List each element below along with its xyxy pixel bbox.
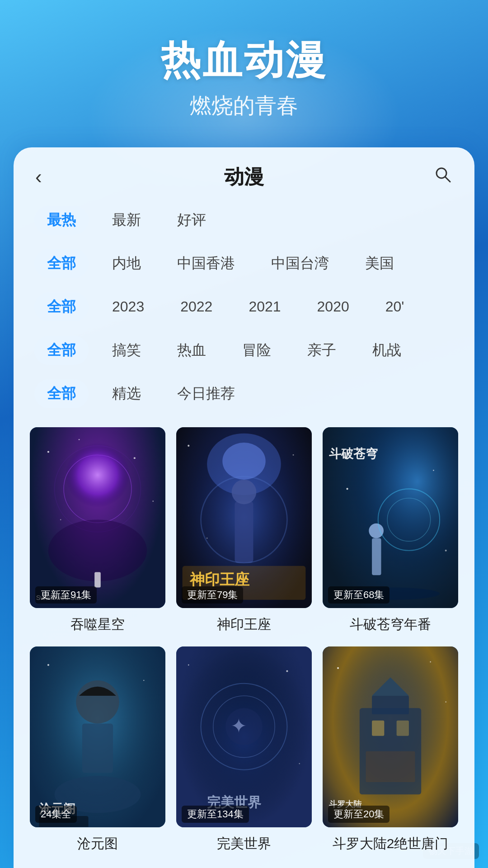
svg-point-8 [79, 439, 80, 440]
filter-tag-2022[interactable]: 2022 [168, 294, 225, 320]
svg-rect-57 [366, 751, 415, 782]
filter-row-year: 全部 2023 2022 2021 2020 20' [27, 288, 461, 326]
filter-tag-2021[interactable]: 2021 [236, 294, 293, 320]
badge-doufan: 更新至68集 [323, 586, 458, 604]
badge-text-doufan: 更新至68集 [328, 586, 389, 604]
filter-tag-hk[interactable]: 中国香港 [164, 249, 248, 278]
anime-card-shengyin[interactable]: 神印王座 更新至79集 神印王座 [176, 427, 312, 636]
thumb-bg-doulo: 斗罗大陆 [323, 646, 458, 827]
svg-line-1 [445, 177, 450, 182]
anime-title-doulo: 斗罗大陆2绝世唐门 [323, 833, 458, 855]
anime-card-wanmei[interactable]: ✦ 完美世界 更新至134集 完美世界 [176, 646, 312, 855]
anime-thumb-wanmei: ✦ 完美世界 更新至134集 [176, 646, 312, 827]
svg-point-15 [222, 443, 265, 480]
thumb-bg-wanmei: ✦ 完美世界 [176, 646, 312, 827]
svg-rect-55 [372, 720, 384, 736]
svg-point-2 [52, 443, 144, 535]
filter-tag-today[interactable]: 今日推荐 [164, 379, 248, 408]
nav-bar: ‹ 动漫 [14, 147, 474, 201]
anime-title-shengyin: 神印王座 [176, 613, 312, 636]
page-title: 动漫 [224, 164, 264, 190]
svg-rect-34 [30, 646, 165, 827]
filter-tag-all-year[interactable]: 全部 [34, 292, 89, 321]
svg-point-23 [206, 538, 208, 539]
svg-text:神印王座: 神印王座 [189, 571, 250, 587]
filter-tag-neidi[interactable]: 内地 [99, 249, 154, 278]
filter-tag-us[interactable]: 美国 [352, 249, 407, 278]
svg-point-44 [213, 696, 275, 757]
svg-point-22 [293, 454, 294, 456]
search-button[interactable] [426, 165, 453, 189]
anime-thumb-doulo: 斗罗大陆 更新至20集 [323, 646, 458, 827]
filter-tag-tw[interactable]: 中国台湾 [258, 249, 342, 278]
filter-tag-all-region[interactable]: 全部 [34, 249, 89, 278]
badge-wanmei: 更新至134集 [176, 806, 312, 823]
svg-point-40 [47, 664, 49, 665]
svg-rect-26 [372, 538, 381, 575]
anime-card-doufan[interactable]: 斗破苍穹 [323, 427, 458, 636]
filter-tag-zuire[interactable]: 最热 [34, 206, 89, 235]
filter-tag-haoping[interactable]: 好评 [164, 206, 219, 235]
anime-grid: Swallowed Star 更新至91集 吞噬星空 [30, 427, 458, 855]
svg-point-27 [369, 523, 384, 538]
badge-text-tunjie: 更新至91集 [35, 586, 97, 604]
svg-rect-53 [372, 696, 409, 714]
filter-tag-qinzi[interactable]: 亲子 [295, 336, 349, 365]
svg-point-60 [430, 661, 431, 662]
filter-tag-jizhan[interactable]: 机战 [360, 336, 414, 365]
svg-rect-24 [323, 427, 458, 608]
filter-tag-2020[interactable]: 2020 [305, 294, 362, 320]
hero-subtitle: 燃烧的青春 [0, 91, 488, 120]
filter-tag-2023[interactable]: 2023 [99, 294, 157, 320]
badge-text-cangyuan: 24集全 [35, 806, 77, 823]
svg-point-49 [286, 670, 288, 672]
svg-point-35 [76, 680, 119, 723]
filter-row-special: 全部 精选 今日推荐 [27, 375, 461, 413]
filter-tag-2019[interactable]: 20' [373, 294, 417, 320]
svg-point-10 [152, 500, 154, 502]
filter-row-sort: 最热 最新 好评 [27, 201, 461, 239]
content-section: Swallowed Star 更新至91集 吞噬星空 [14, 418, 474, 855]
svg-point-3 [64, 455, 131, 523]
svg-point-9 [134, 457, 136, 459]
filter-tag-maoxian[interactable]: 冒险 [230, 336, 284, 365]
svg-rect-56 [397, 720, 409, 736]
thumb-bg-doufan: 斗破苍穹 [323, 427, 458, 608]
svg-point-32 [445, 549, 447, 551]
svg-rect-51 [323, 646, 458, 827]
anime-title-tunjie: 吞噬星空 [30, 613, 165, 636]
filter-tag-jingxuan[interactable]: 精选 [99, 379, 154, 408]
svg-rect-16 [235, 501, 253, 562]
badge-text-shengyin: 更新至79集 [182, 586, 243, 604]
filter-tag-all-special[interactable]: 全部 [34, 379, 89, 408]
svg-point-41 [143, 679, 145, 681]
anime-card-tunjie[interactable]: Swallowed Star 更新至91集 吞噬星空 [30, 427, 165, 636]
svg-point-59 [337, 667, 339, 669]
anime-title-cangyuan: 沧元图 [30, 833, 165, 855]
filter-tag-all-genre[interactable]: 全部 [34, 336, 89, 365]
svg-point-28 [378, 489, 440, 550]
hero-title: 热血动漫 [0, 36, 488, 84]
svg-point-48 [188, 664, 189, 665]
svg-rect-52 [360, 708, 421, 794]
anime-card-doulo[interactable]: 斗罗大陆 更新至20集 斗罗大陆2绝世唐门 [323, 646, 458, 855]
back-button[interactable]: ‹ [35, 165, 62, 188]
filter-row-region: 全部 内地 中国香港 中国台湾 美国 [27, 245, 461, 283]
svg-point-7 [47, 451, 49, 453]
svg-point-21 [188, 444, 189, 446]
svg-text:斗破苍穹: 斗破苍穹 [329, 447, 378, 461]
svg-text:✦: ✦ [230, 715, 247, 736]
svg-point-50 [299, 763, 300, 764]
svg-rect-13 [176, 427, 312, 608]
badge-tunjie: 更新至91集 [30, 586, 165, 604]
svg-point-11 [60, 519, 61, 520]
svg-rect-42 [176, 646, 312, 827]
filter-tag-rexue[interactable]: 热血 [164, 336, 219, 365]
filter-section: 最热 最新 好评 全部 内地 中国香港 中国台湾 美国 全部 2023 2022… [14, 201, 474, 413]
svg-point-18 [201, 476, 287, 563]
svg-point-17 [232, 479, 257, 504]
filter-tag-zuixin[interactable]: 最新 [99, 206, 154, 235]
anime-card-cangyuan[interactable]: 沧元阁 24集全 沧元图 [30, 646, 165, 855]
badge-shengyin: 更新至79集 [176, 586, 312, 604]
filter-tag-gaoxiao[interactable]: 搞笑 [99, 336, 154, 365]
